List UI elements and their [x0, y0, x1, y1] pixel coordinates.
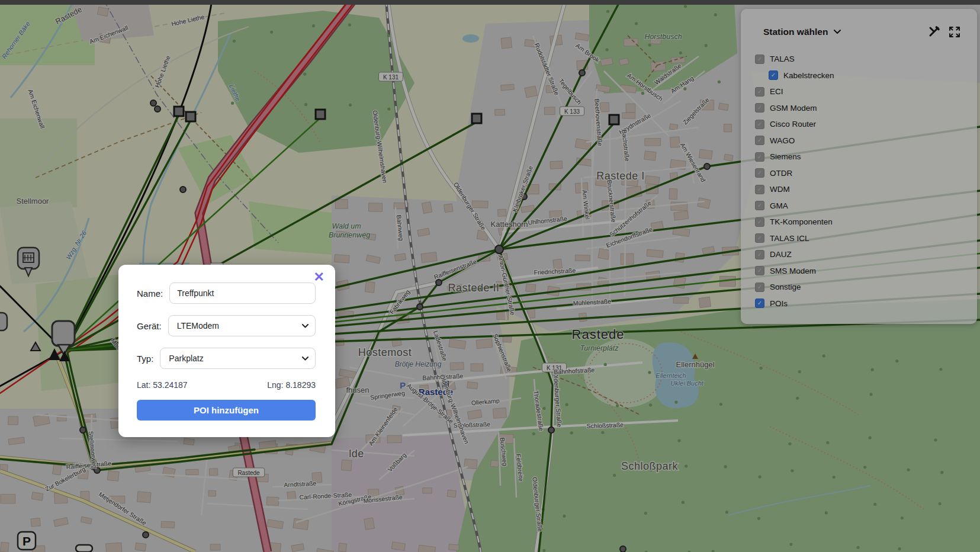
station-square-marker[interactable]	[316, 110, 325, 119]
map-label: Wald um	[332, 222, 361, 230]
cable-node-marker[interactable]	[143, 532, 149, 538]
map-label: Katteshorn	[491, 220, 528, 229]
name-input[interactable]	[169, 283, 316, 304]
map-label: Uklei Bucht	[670, 380, 704, 387]
layer-checkbox[interactable]: ✓	[755, 266, 764, 275]
layer-label: OTDR	[770, 169, 792, 178]
svg-text:P: P	[23, 534, 31, 548]
chevron-down-icon	[302, 324, 309, 328]
type-select[interactable]: Parkplatz	[160, 348, 316, 369]
cable-node-marker[interactable]	[180, 187, 186, 192]
add-poi-button[interactable]: POI hinzufügen	[137, 400, 316, 421]
latitude-value: Lat: 53.24187	[137, 380, 188, 390]
cable-node-marker[interactable]	[704, 163, 710, 169]
layer-row-wdm: ✓WDM	[755, 181, 977, 198]
type-label: Typ:	[137, 354, 153, 364]
layer-list: ✓TALAS✓Kabelstrecken✓ECI✓GSM Modem✓Cisco…	[741, 47, 977, 312]
cable-node-marker[interactable]	[155, 106, 160, 112]
layer-label: GSM Modem	[770, 104, 817, 113]
map-label: Rastede I	[596, 170, 645, 182]
map-label: Brunnenweg	[329, 231, 370, 239]
cable-node-marker[interactable]	[495, 245, 503, 253]
layer-row-wago: ✓WAGO	[755, 133, 977, 149]
layer-row-gma: ✓GMA	[755, 198, 977, 214]
top-bar	[0, 0, 980, 5]
map-label: Horstbusch	[644, 33, 682, 41]
map-label: Brötje Heizung	[395, 360, 442, 368]
layer-checkbox[interactable]: ✓	[755, 120, 764, 129]
svg-text:K 131: K 131	[383, 74, 399, 81]
layer-row-gsm-modem: ✓GSM Modem	[755, 100, 977, 117]
layer-checkbox[interactable]: ✓	[755, 283, 764, 292]
layer-checkbox[interactable]: ✓	[755, 54, 764, 64]
layer-row-tk-komponenten: ✓TK-Komponenten	[755, 214, 977, 230]
layer-label: TALAS ICL	[770, 234, 809, 243]
layer-checkbox[interactable]: ✓	[755, 152, 764, 162]
layer-label: GMA	[770, 201, 788, 210]
layer-checkbox[interactable]: ✓	[755, 168, 764, 178]
cable-node-marker[interactable]	[579, 70, 585, 76]
layer-checkbox[interactable]: ✓	[755, 233, 764, 243]
expand-icon[interactable]	[949, 26, 960, 38]
layer-label: TK-Komponenten	[770, 217, 833, 226]
layer-label: Cisco Router	[770, 120, 816, 129]
map-label: Rastede	[572, 327, 625, 342]
map-label: fhusen	[346, 386, 369, 394]
layer-row-talas: ✓TALAS	[755, 51, 977, 68]
device-select[interactable]: LTEModem	[168, 315, 316, 336]
layer-row-eci: ✓ECI	[755, 84, 977, 100]
layer-row-talas-icl: ✓TALAS ICL	[755, 230, 977, 247]
station-square-marker[interactable]	[609, 115, 619, 124]
svg-text:K 133: K 133	[564, 108, 580, 115]
layer-row-kabelstrecken: ✓Kabelstrecken	[755, 68, 977, 84]
layer-checkbox[interactable]: ✓	[769, 70, 778, 80]
cable-node-marker[interactable]	[417, 304, 423, 310]
map-label: Turnierplatz	[580, 344, 619, 352]
cable-node-marker[interactable]	[436, 280, 442, 285]
app-window: P P K 131K 133K 13129Rastede RastedeHohe…	[0, 0, 980, 552]
station-select-label: Station wählen	[763, 27, 828, 37]
add-poi-dialog: ✕ Name: Gerät: LTEModem Typ: Parkplatz	[118, 265, 335, 437]
cable-node-marker[interactable]	[620, 546, 626, 552]
layer-checkbox[interactable]: ✓	[755, 217, 764, 227]
map-label: Ellernhügel	[676, 360, 714, 369]
layer-row-sonstige: ✓Sonstige	[755, 279, 977, 296]
layers-panel: Station wählen	[741, 9, 977, 324]
map-label: lde	[349, 448, 364, 460]
layer-checkbox[interactable]: ✓	[755, 103, 764, 113]
map-label: Schloßstraße	[586, 421, 624, 429]
layer-label: Siemens	[770, 152, 801, 161]
cable-node-marker[interactable]	[548, 427, 554, 433]
layer-row-pois: ✓POIs	[755, 296, 977, 312]
layer-label: ECI	[770, 87, 783, 96]
edge-pin-marker[interactable]	[0, 313, 7, 330]
station-select[interactable]: Station wählen	[763, 27, 841, 37]
map-label: Rastede II	[448, 282, 499, 294]
cable-node-marker[interactable]	[150, 100, 156, 106]
layers-panel-header: Station wählen	[741, 9, 977, 47]
road-shield: K 131	[379, 72, 403, 81]
layer-checkbox[interactable]: ✓	[755, 299, 764, 308]
road-shield: K 133	[560, 107, 584, 115]
close-icon[interactable]: ✕	[311, 268, 327, 286]
layer-row-dauz: ✓DAUZ	[755, 246, 977, 263]
layer-checkbox[interactable]: ✓	[755, 201, 764, 210]
station-square-marker[interactable]	[174, 107, 184, 116]
layer-label: WAGO	[770, 136, 795, 145]
layer-label: TALAS	[770, 54, 795, 63]
station-square-marker[interactable]	[472, 114, 481, 123]
layer-checkbox[interactable]: ✓	[755, 136, 764, 145]
layer-checkbox[interactable]: ✓	[755, 250, 764, 259]
disconnect-icon[interactable]	[928, 25, 940, 38]
layer-checkbox[interactable]: ✓	[755, 87, 764, 97]
station-square-marker[interactable]	[186, 112, 195, 121]
layer-label: Kabelstrecken	[783, 71, 834, 80]
road-shield: Rastede	[233, 468, 264, 477]
layer-row-otdr: ✓OTDR	[755, 165, 977, 182]
layer-label: POIs	[770, 299, 788, 308]
svg-text:Rastede: Rastede	[237, 470, 260, 476]
layer-checkbox[interactable]: ✓	[755, 185, 764, 194]
cable-node-marker[interactable]	[80, 427, 86, 433]
map-label: Stellmoor	[17, 197, 50, 206]
layer-row-cisco-router: ✓Cisco Router	[755, 116, 977, 133]
